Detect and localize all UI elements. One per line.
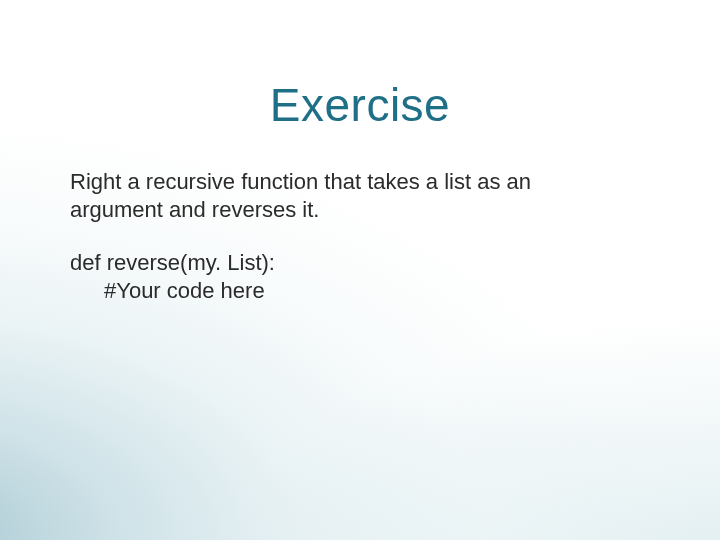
slide-body: Right a recursive function that takes a … (70, 168, 630, 330)
slide-title: Exercise (0, 78, 720, 132)
slide: Exercise Right a recursive function that… (0, 0, 720, 540)
exercise-prompt: Right a recursive function that takes a … (70, 168, 630, 223)
code-line-2: #Your code here (70, 277, 630, 305)
code-line-1: def reverse(my. List): (70, 249, 630, 277)
code-block: def reverse(my. List): #Your code here (70, 249, 630, 304)
